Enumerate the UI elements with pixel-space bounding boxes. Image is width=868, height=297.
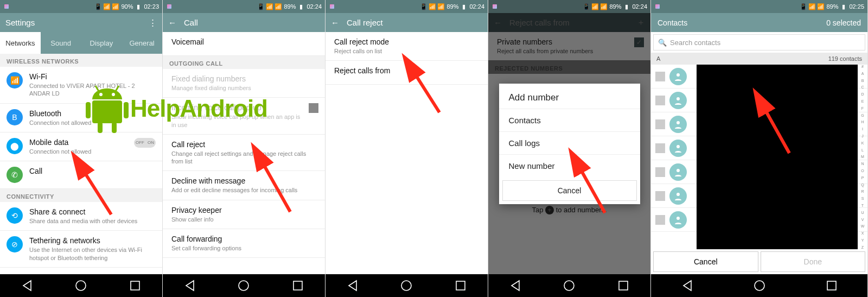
- nav-back-icon[interactable]: [21, 280, 33, 292]
- nav-recent-icon[interactable]: [129, 280, 141, 292]
- more-icon[interactable]: ⋮: [149, 18, 157, 28]
- share-title: Share & connect: [29, 207, 156, 216]
- panel-call-reject: 📱 📶 📶 89% ▮ 02:24 ← Call reject Call rej…: [326, 0, 488, 297]
- mobile-title: Mobile data: [29, 138, 127, 147]
- row-checkbox[interactable]: [655, 167, 665, 177]
- svg-point-13: [676, 97, 680, 100]
- redacted-names: [697, 65, 858, 249]
- hint-text: Tap + to add numbers.: [488, 206, 650, 214]
- portrait-lock-icon: 📱: [800, 3, 807, 10]
- item-call[interactable]: ✆ Call: [0, 161, 162, 189]
- status-bar: 📱 📶 📶 90% ▮ 02:23: [0, 0, 162, 13]
- back-icon[interactable]: ←: [494, 18, 502, 27]
- cancel-button[interactable]: Cancel: [653, 251, 758, 272]
- item-reject-mode[interactable]: Call reject mode Reject calls on list: [326, 32, 488, 61]
- portrait-lock-icon: 📱: [258, 3, 264, 10]
- item-wifi[interactable]: 📶 Wi-Fi Connected to VIVER APART HOTEL -…: [0, 67, 162, 104]
- tab-display[interactable]: Display: [81, 32, 122, 54]
- row-checkbox[interactable]: [655, 96, 665, 105]
- mobile-data-icon: ⬤: [7, 138, 23, 154]
- navbar: [163, 274, 325, 297]
- alpha-index[interactable]: #ABCDEFGHIJKLMNOPQRSTUVWXYZ: [859, 65, 866, 249]
- nav-recent-icon[interactable]: [455, 280, 467, 292]
- bottom-actions: Cancel Done: [651, 249, 867, 274]
- search-placeholder: Search contacts: [670, 39, 720, 47]
- hint-b: to add numbers.: [556, 206, 607, 214]
- navbar: [651, 274, 867, 297]
- nav-home-icon[interactable]: [75, 280, 87, 292]
- page-title: Contacts: [658, 18, 687, 27]
- app-bar: Contacts 0 selected: [651, 13, 867, 32]
- item-voicemail[interactable]: Voicemail: [163, 32, 325, 56]
- status-bar: 📱 📶 📶 89% ▮ 02:24: [163, 0, 325, 13]
- nav-recent-icon[interactable]: [617, 280, 629, 292]
- item-incoming-popup[interactable]: Incoming voice call pop-up Show incoming…: [163, 98, 325, 135]
- svg-rect-7: [456, 281, 465, 290]
- nav-back-icon[interactable]: [681, 280, 693, 292]
- row-checkbox[interactable]: [655, 72, 665, 81]
- row-checkbox[interactable]: [655, 215, 665, 225]
- wifi-icon: 📶: [7, 72, 23, 89]
- subheader-wireless: WIRELESS NETWORKS: [0, 54, 162, 67]
- svg-point-18: [676, 217, 680, 220]
- row-checkbox[interactable]: [655, 119, 665, 129]
- done-button[interactable]: Done: [761, 251, 866, 272]
- portrait-lock-icon: 📱: [95, 3, 101, 10]
- item-mobile-data[interactable]: ⬤ Mobile data Connection not allowed OFF…: [0, 132, 162, 161]
- add-icon[interactable]: ＋: [637, 17, 645, 28]
- item-privacy-keeper[interactable]: Privacy keeper Show caller info: [163, 200, 325, 229]
- item-call-forwarding[interactable]: Call forwarding Set call forwarding opti…: [163, 229, 325, 258]
- item-tethering[interactable]: ⊘ Tethering & networks Use the Internet …: [0, 231, 162, 268]
- row-checkbox[interactable]: [655, 143, 665, 153]
- nav-recent-icon[interactable]: [826, 280, 838, 292]
- wifi-icon: 📶: [592, 3, 598, 10]
- toggle-on-label: ON: [148, 140, 154, 145]
- tab-sound[interactable]: Sound: [41, 32, 81, 54]
- toggle-off-label: OFF: [136, 140, 144, 145]
- avatar: [669, 163, 687, 181]
- svg-point-14: [676, 121, 680, 124]
- nav-back-icon[interactable]: [184, 280, 196, 292]
- tether-title: Tethering & networks: [29, 236, 156, 245]
- nav-home-icon[interactable]: [400, 280, 412, 292]
- subheader-rejected: REJECTED NUMBERS: [488, 61, 650, 74]
- item-call-reject[interactable]: Call reject Change call reject settings …: [163, 135, 325, 172]
- nav-home-icon[interactable]: [754, 280, 765, 292]
- svg-rect-10: [619, 281, 628, 290]
- svg-point-6: [401, 281, 411, 290]
- fixed-sub: Manage fixed dialing numbers: [171, 84, 318, 92]
- signal-icon: 📶: [275, 3, 282, 10]
- call-title: Call: [29, 167, 156, 175]
- item-fixed-dialing[interactable]: Fixed dialing numbers Manage fixed diali…: [163, 69, 325, 98]
- item-decline-message[interactable]: Decline with message Add or edit decline…: [163, 171, 325, 200]
- nav-back-icon[interactable]: [347, 280, 359, 292]
- private-sub: Reject all calls from private numbers: [497, 47, 628, 55]
- item-share-connect[interactable]: ⟲ Share & connect Share data and media w…: [0, 202, 162, 231]
- nav-recent-icon[interactable]: [292, 280, 304, 292]
- popup-checkbox[interactable]: [309, 103, 318, 113]
- back-icon[interactable]: ←: [331, 18, 339, 27]
- nav-back-icon[interactable]: [509, 280, 521, 292]
- item-bluetooth[interactable]: B Bluetooth Connection not allowed: [0, 104, 162, 132]
- tab-general[interactable]: General: [122, 32, 162, 54]
- tether-sub: Use the Internet on other devices via Wi…: [29, 246, 156, 262]
- avatar: [669, 140, 687, 157]
- row-checkbox[interactable]: [655, 191, 665, 201]
- nav-home-icon[interactable]: [563, 280, 575, 292]
- back-icon[interactable]: ←: [168, 18, 176, 27]
- search-input[interactable]: 🔍 Search contacts: [653, 34, 865, 50]
- section-header: A 119 contacts: [651, 53, 867, 65]
- privacy-title: Privacy keeper: [171, 206, 318, 214]
- item-private-numbers[interactable]: Private numbers Reject all calls from pr…: [488, 32, 650, 61]
- item-reject-from[interactable]: Reject calls from: [326, 61, 488, 85]
- tether-icon: ⊘: [7, 236, 23, 252]
- page-title: Call reject: [347, 18, 482, 27]
- mobile-toggle[interactable]: OFF ON: [134, 138, 156, 148]
- private-checkbox[interactable]: ✓: [634, 37, 644, 47]
- avatar: [669, 68, 687, 85]
- app-bar: ← Reject calls from ＋: [488, 13, 650, 32]
- notif-icon: [492, 3, 498, 10]
- tab-networks[interactable]: Networks: [0, 32, 41, 54]
- subheader-connectivity: CONNECTIVITY: [0, 189, 162, 202]
- nav-home-icon[interactable]: [238, 280, 250, 292]
